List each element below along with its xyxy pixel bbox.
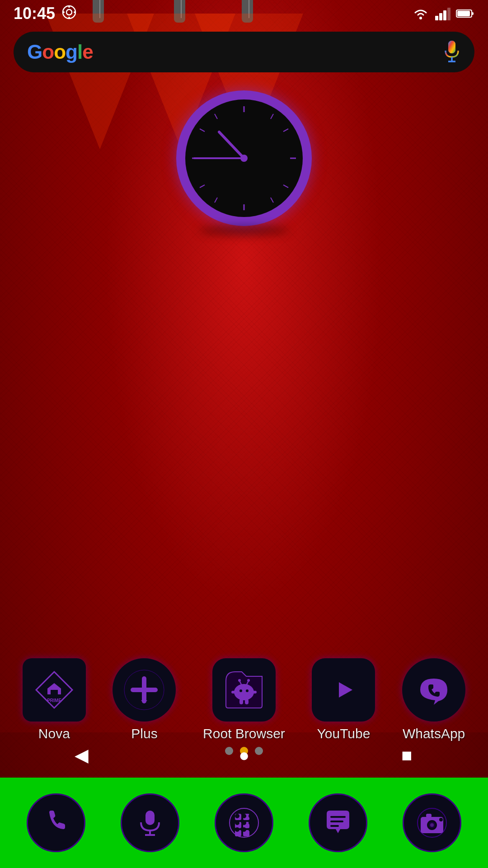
status-left: 10:45 [14,4,76,23]
home-button[interactable]: ● [226,737,262,773]
svg-rect-83 [426,814,432,817]
svg-line-28 [200,185,205,188]
svg-point-0 [63,6,75,19]
battery-icon [456,9,474,19]
svg-line-27 [215,198,217,203]
svg-text:PRIME: PRIME [47,698,61,703]
clock-face [185,99,303,217]
svg-rect-12 [472,12,474,15]
svg-point-42 [239,689,242,692]
rootbrowser-icon[interactable] [212,658,276,722]
svg-rect-55 [145,811,155,825]
svg-point-6 [419,17,422,19]
dock-mic[interactable] [121,793,179,852]
dock-apps[interactable] [215,793,273,852]
svg-point-70 [242,821,246,825]
svg-line-24 [283,185,288,188]
app-item-rootbrowser[interactable]: Root Browser [203,658,285,741]
app-item-youtube[interactable]: YouTube [312,658,375,741]
app-grid: PRIME Nova Plus [0,658,488,741]
nav-bar: ◀ ● ■ [0,732,488,778]
svg-point-4 [68,17,70,19]
dock [0,778,488,868]
svg-point-45 [238,679,241,682]
svg-line-22 [283,129,288,132]
nova-icon[interactable]: PRIME [23,658,86,722]
search-bar[interactable]: Google [14,32,474,72]
svg-point-84 [439,818,443,821]
svg-point-43 [246,689,249,692]
clock-shadow [199,226,289,235]
svg-point-66 [235,814,239,818]
dock-camera[interactable] [403,793,461,852]
dock-messages[interactable] [309,793,367,852]
svg-line-32 [219,132,244,158]
clock-outer-ring [176,90,312,226]
app-item-whatsapp[interactable]: WhatsApp [402,658,465,741]
svg-line-21 [271,114,273,119]
notification-icon [62,5,76,23]
plus-icon[interactable] [113,658,176,722]
microphone-icon[interactable] [443,38,461,66]
app-item-nova[interactable]: PRIME Nova [23,658,86,741]
dock-phone[interactable] [27,793,85,852]
svg-line-30 [200,129,205,132]
svg-rect-8 [439,13,442,20]
wifi-icon [412,7,430,20]
svg-point-68 [249,814,253,818]
svg-rect-51 [252,691,257,693]
recent-button[interactable]: ■ [389,737,425,773]
status-right [412,7,474,20]
youtube-icon[interactable] [312,658,375,722]
back-button[interactable]: ◀ [63,737,99,773]
svg-rect-49 [245,699,249,704]
svg-point-3 [74,11,75,13]
svg-rect-13 [457,11,470,16]
status-time: 10:45 [14,4,55,23]
svg-point-67 [242,814,246,818]
svg-point-73 [242,827,246,832]
svg-rect-9 [443,10,446,20]
svg-rect-48 [239,699,243,704]
svg-point-5 [63,11,65,13]
signal-icon [435,7,451,20]
svg-point-41 [234,684,254,700]
svg-point-82 [430,823,434,827]
svg-rect-36 [51,690,58,694]
svg-point-1 [66,9,72,15]
app-item-plus[interactable]: Plus [113,658,176,741]
clock-widget[interactable] [176,90,312,226]
svg-point-74 [249,827,253,832]
svg-rect-7 [435,16,438,20]
svg-rect-50 [231,691,236,693]
svg-line-25 [271,198,273,203]
svg-rect-17 [448,41,455,53]
whatsapp-icon[interactable] [402,658,465,722]
svg-point-47 [247,679,250,682]
svg-point-72 [235,827,239,832]
svg-rect-10 [447,8,450,20]
svg-point-71 [249,821,253,825]
svg-point-69 [235,821,239,825]
google-logo: Google [27,41,93,63]
status-bar: 10:45 [0,0,488,27]
svg-line-31 [215,114,217,119]
svg-point-2 [68,6,70,8]
svg-point-34 [240,155,248,162]
